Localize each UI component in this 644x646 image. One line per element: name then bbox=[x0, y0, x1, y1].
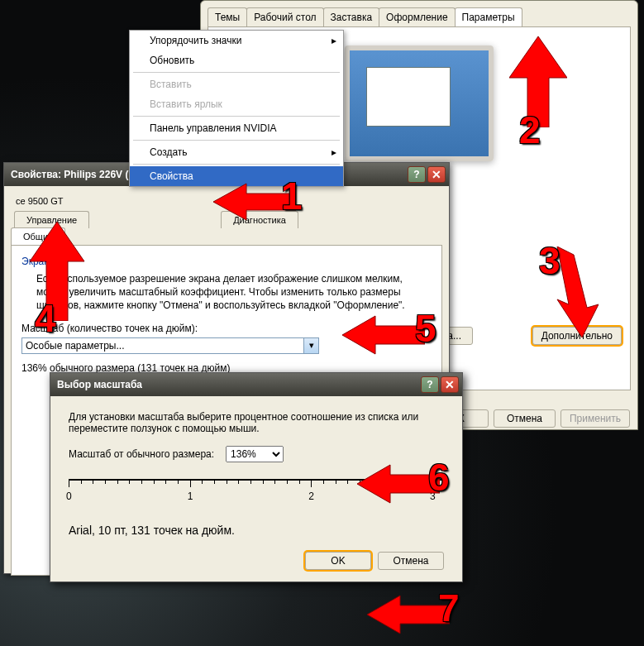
tab-themes[interactable]: Темы bbox=[208, 7, 247, 26]
scale-select-dialog: Выбор масштаба ? ✕ Для установки масштаб… bbox=[50, 372, 463, 582]
help-icon[interactable]: ? bbox=[408, 166, 426, 183]
dpi-scale-combo[interactable]: ▾ bbox=[21, 337, 319, 354]
scale-cancel-button[interactable]: Отмена bbox=[378, 552, 444, 570]
context-menu-separator bbox=[133, 116, 340, 117]
scale-ok-button[interactable]: OK bbox=[305, 552, 371, 570]
display-tab-strip: Темы Рабочий стол Заставка Оформление Па… bbox=[201, 1, 637, 26]
tab-desktop[interactable]: Рабочий стол bbox=[246, 7, 323, 26]
context-menu-item: Вставить ярлык bbox=[130, 94, 343, 114]
tab-settings[interactable]: Параметры bbox=[455, 7, 522, 26]
scale-percent-label: Масштаб от обычного размера: bbox=[69, 448, 214, 460]
context-menu-item[interactable]: Упорядочить значки bbox=[130, 31, 343, 50]
ruler-mark: 1 bbox=[188, 490, 193, 502]
scale-ruler[interactable]: 0123 bbox=[69, 474, 444, 515]
scale-percent-select[interactable]: 136% bbox=[226, 446, 284, 462]
monitor-preview[interactable] bbox=[345, 45, 494, 161]
adapter-header-line: ce 9500 GT bbox=[11, 193, 442, 211]
scale-sample-text: Arial, 10 пт, 131 точек на дюйм. bbox=[69, 524, 444, 537]
cancel-button[interactable]: Отмена bbox=[494, 409, 556, 428]
ruler-mark: 3 bbox=[430, 490, 436, 502]
context-menu-item[interactable]: Создать bbox=[130, 142, 343, 162]
close-icon[interactable]: ✕ bbox=[427, 166, 446, 183]
scale-dialog-title: Выбор масштаба bbox=[57, 379, 421, 390]
context-menu-item[interactable]: Свойства bbox=[130, 166, 343, 186]
desktop-context-menu: Упорядочить значкиОбновитьВставитьВстави… bbox=[129, 30, 344, 187]
dpi-scale-label: Масштаб (количество точек на дюйм): bbox=[21, 323, 432, 334]
screen-group-label: Экран bbox=[21, 256, 432, 267]
context-menu-separator bbox=[133, 72, 340, 73]
adapter-tab-management[interactable]: Управление bbox=[14, 211, 89, 228]
dpi-paragraph: Если используемое разрешение экрана дела… bbox=[36, 272, 432, 313]
adapter-tab-diagnostics[interactable]: Диагностика bbox=[221, 211, 298, 228]
tab-appearance[interactable]: Оформление bbox=[379, 7, 455, 26]
context-menu-item: Вставить bbox=[130, 74, 343, 94]
context-menu-separator bbox=[133, 140, 340, 141]
tab-screensaver[interactable]: Заставка bbox=[323, 7, 380, 26]
chevron-down-icon[interactable]: ▾ bbox=[304, 337, 319, 354]
ruler-mark: 0 bbox=[66, 490, 72, 502]
adapter-tab-general[interactable]: Общие bbox=[11, 227, 65, 245]
ruler-mark: 2 bbox=[308, 490, 314, 502]
context-menu-item[interactable]: Обновить bbox=[130, 50, 343, 70]
context-menu-separator bbox=[133, 164, 340, 165]
context-menu-item[interactable]: Панель управления NVIDIA bbox=[130, 118, 343, 138]
scale-instructions: Для установки масштаба выберите процентн… bbox=[69, 411, 444, 434]
advanced-button[interactable]: Дополнительно bbox=[532, 327, 622, 345]
dpi-scale-value[interactable] bbox=[21, 337, 304, 354]
apply-button[interactable]: Применить bbox=[561, 409, 630, 428]
help-icon[interactable]: ? bbox=[421, 376, 439, 393]
close-icon[interactable]: ✕ bbox=[441, 376, 459, 393]
scale-dialog-titlebar[interactable]: Выбор масштаба ? ✕ bbox=[50, 373, 462, 396]
